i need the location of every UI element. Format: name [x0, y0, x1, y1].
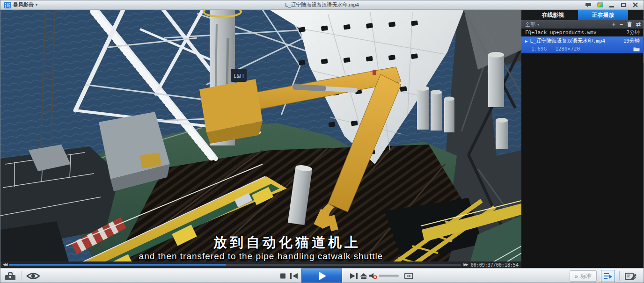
- media-library-button[interactable]: [624, 270, 638, 282]
- subtitle-english: and then transfered to the pipe handling…: [0, 251, 521, 261]
- sort-swap-icon[interactable]: ⇄: [636, 22, 641, 27]
- filter-caret-icon: ▾: [537, 22, 539, 27]
- playlist-toolbar: 全部 ▾ + − ⇄: [521, 20, 644, 29]
- minimize-button[interactable]: [608, 2, 615, 8]
- transport-controls: [277, 268, 417, 283]
- seek-progress-fill: [9, 264, 226, 266]
- divider: [21, 271, 22, 281]
- app-menu-caret-icon: ▾: [36, 3, 37, 7]
- previous-button[interactable]: [290, 273, 298, 279]
- app-logo-text: 暴风影音: [13, 1, 34, 8]
- stop-button[interactable]: [280, 274, 285, 279]
- open-folder-icon[interactable]: [633, 47, 640, 51]
- control-bar: » 标准: [0, 268, 644, 283]
- add-icon[interactable]: +: [612, 22, 615, 27]
- playlist-item-resolution: 1280×720: [555, 46, 580, 52]
- remove-icon[interactable]: −: [620, 22, 623, 27]
- tab-now-playing[interactable]: 正在播放: [578, 10, 628, 20]
- fast-forward-icon[interactable]: ▶▶: [461, 261, 469, 268]
- playlist-toggle-button[interactable]: [601, 270, 615, 282]
- tab-online-video[interactable]: 在线影视: [528, 10, 578, 20]
- rewind-icon[interactable]: ◀◀: [0, 261, 9, 268]
- eye-preview-icon[interactable]: [26, 272, 40, 280]
- playlist: FQ+Jack-up+products.wmv 7分钟 ▶ L_辽宁陆海设备汉语…: [521, 29, 644, 53]
- seek-bar: ◀◀ ▶▶ 00:09:37/00:18:54: [0, 261, 521, 268]
- divider: [619, 271, 620, 281]
- standard-mode-button[interactable]: » 标准: [570, 270, 597, 282]
- seek-track[interactable]: [9, 264, 461, 266]
- window-title: L_辽宁陆海设备汉语无水印.mp4: [0, 1, 644, 8]
- crane-logo: L&H: [234, 73, 243, 79]
- playing-marker-icon: ▶: [525, 39, 527, 44]
- fullscreen-icon[interactable]: [404, 273, 413, 279]
- playlist-item-duration: 7分钟: [626, 29, 640, 36]
- playlist-item-duration: 19分钟: [623, 37, 640, 44]
- toolbox-icon[interactable]: [4, 271, 16, 281]
- maximize-button[interactable]: [620, 2, 627, 8]
- mute-speaker-icon[interactable]: [369, 273, 377, 279]
- sidebar-tabs: 在线影视 正在播放: [521, 10, 644, 20]
- close-button[interactable]: [631, 2, 639, 8]
- subtitle-chinese: 放到自动化猫道机上: [0, 233, 521, 252]
- filter-label: 全部: [525, 21, 535, 28]
- film-logo-icon: [4, 2, 11, 8]
- app-menu-button[interactable]: 暴风影音 ▾: [0, 0, 41, 9]
- feedback-icon[interactable]: [585, 2, 592, 8]
- filter-dropdown[interactable]: 全部 ▾: [525, 21, 539, 28]
- playlist-item-active[interactable]: ▶ L_辽宁陆海设备汉语无水印.mp4 19分钟 1.69G 1280×720: [521, 36, 644, 53]
- video-frame-rig-scene: L&H: [0, 10, 521, 268]
- player-window: 暴风影音 ▾ L_辽宁陆海设备汉语无水印.mp4: [0, 0, 644, 283]
- trash-icon[interactable]: [627, 22, 632, 27]
- playlist-item-name: L_辽宁陆海设备汉语无水印.mp4: [530, 37, 605, 44]
- skin-icon[interactable]: [596, 2, 604, 8]
- playlist-item-name: FQ+Jack-up+products.wmv: [525, 29, 596, 36]
- volume-slider[interactable]: [379, 275, 399, 277]
- playlist-icon: [604, 272, 613, 280]
- playlist-item[interactable]: FQ+Jack-up+products.wmv 7分钟: [521, 29, 644, 36]
- media-library-icon: [625, 272, 637, 281]
- play-icon: [319, 272, 326, 280]
- play-button[interactable]: [301, 268, 342, 283]
- playlist-item-size: 1.69G: [531, 46, 547, 52]
- next-button[interactable]: [350, 273, 358, 279]
- video-surface[interactable]: L&H: [0, 10, 521, 268]
- playlist-sidebar: 在线影视 正在播放 全部 ▾ + − ⇄ FQ+Jack-up+products…: [521, 10, 644, 268]
- title-bar: 暴风影音 ▾ L_辽宁陆海设备汉语无水印.mp4: [0, 0, 644, 10]
- eject-button[interactable]: [360, 273, 367, 279]
- timecode: 00:09:37/00:18:54: [470, 262, 521, 268]
- window-controls: [585, 2, 644, 8]
- chevrons-icon: »: [575, 273, 578, 280]
- standard-mode-label: 标准: [580, 272, 592, 280]
